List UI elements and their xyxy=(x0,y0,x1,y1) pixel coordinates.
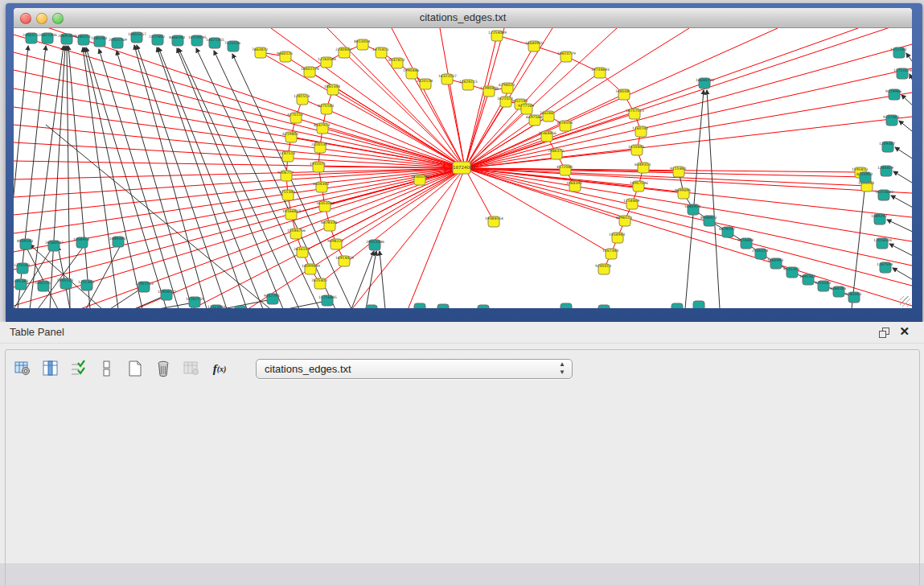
network-edge xyxy=(196,48,319,308)
node-label: 20551769 xyxy=(109,38,127,42)
network-node[interactable] xyxy=(437,304,449,308)
node-label: 8215953 xyxy=(856,172,873,176)
network-edge xyxy=(906,53,912,67)
node-label: 6794023 xyxy=(499,83,515,87)
close-panel-icon[interactable]: ✕ xyxy=(899,324,910,339)
network-edge xyxy=(14,28,465,168)
network-edge xyxy=(14,168,465,287)
node-label: 16602176 xyxy=(301,67,319,71)
table-select-value: citations_edges.txt xyxy=(257,363,351,375)
node-label: 12254049 xyxy=(488,31,507,35)
node-label: 7515526 xyxy=(224,41,240,45)
node-label: 3751343 xyxy=(279,190,295,194)
float-panel-icon[interactable] xyxy=(879,328,889,337)
network-node[interactable] xyxy=(693,301,704,308)
network-edge xyxy=(14,168,465,270)
table-settings-icon[interactable] xyxy=(13,359,32,378)
network-edge xyxy=(68,46,90,308)
node-label: 18300295 xyxy=(411,175,429,179)
node-label: 14671355 xyxy=(206,38,224,42)
node-label: 20691406 xyxy=(58,34,76,38)
network-node[interactable] xyxy=(671,303,683,308)
node-label: 9129966 xyxy=(885,89,901,93)
node-label: 8959143 xyxy=(17,239,33,243)
network-edge xyxy=(58,246,70,308)
function-builder-icon[interactable]: f(x) xyxy=(210,359,229,378)
node-label: 1160742 xyxy=(632,126,648,130)
node-label: 12260584 xyxy=(318,57,336,61)
merge-tables-icon[interactable] xyxy=(97,359,117,378)
node-label: 1527602 xyxy=(149,35,165,39)
node-label: 9227343 xyxy=(883,115,899,119)
node-label: 6679197 xyxy=(719,227,735,231)
network-edge xyxy=(14,52,465,168)
node-label: 1958958 xyxy=(73,237,89,241)
network-canvas[interactable]: 2405572206113062069140693401511585143205… xyxy=(14,28,912,308)
delete-table-icon[interactable] xyxy=(154,359,173,378)
node-label: 10655257 xyxy=(128,32,146,36)
node-label: 4275112 xyxy=(287,113,303,117)
network-edge xyxy=(901,95,912,109)
node-label: 17016504 xyxy=(873,238,892,242)
node-label: 8375143 xyxy=(318,104,334,108)
node-label: 16210643 xyxy=(875,190,893,194)
node-label: 20611306 xyxy=(39,33,57,37)
node-label: 4219802 xyxy=(282,132,298,136)
node-label: 29053346 xyxy=(366,240,384,244)
show-column-icon[interactable] xyxy=(41,359,60,378)
node-label: 14099489 xyxy=(302,264,320,268)
node-label: 1167343 xyxy=(602,249,618,253)
node-label: 16782759 xyxy=(186,297,204,301)
network-node[interactable] xyxy=(366,305,377,308)
select-rows-icon[interactable] xyxy=(69,359,88,378)
network-node[interactable] xyxy=(478,305,489,308)
network-edge xyxy=(889,244,912,257)
network-edge xyxy=(893,171,912,185)
network-edge xyxy=(14,89,465,168)
network-edge xyxy=(14,107,465,168)
network-edge xyxy=(910,74,912,88)
node-label: 12323468 xyxy=(207,305,226,308)
node-label: 9777169 xyxy=(518,104,534,108)
node-label: 26160597 xyxy=(45,241,64,245)
node-label: 746266 xyxy=(540,111,553,115)
node-label: 9498222 xyxy=(327,239,343,243)
node-label: 1554943 xyxy=(609,233,625,237)
node-label: 1064392 xyxy=(566,181,582,185)
node-label: 1251343 xyxy=(78,280,94,284)
node-label: 8547913 xyxy=(314,123,330,127)
node-label: 4572040 xyxy=(556,165,573,169)
network-node[interactable] xyxy=(598,305,610,308)
node-label: 9474444 xyxy=(737,238,754,242)
node-label: 15046756 xyxy=(287,229,306,233)
network-edge xyxy=(685,90,704,308)
node-label: 1640954 xyxy=(684,204,700,208)
table-select-dropdown[interactable]: citations_edges.txt ▲▼ xyxy=(256,359,573,379)
node-label: 1209387 xyxy=(879,142,895,146)
network-node[interactable] xyxy=(561,303,572,308)
window-titlebar[interactable]: citations_edges.txt xyxy=(14,8,912,28)
node-label: 1610443 xyxy=(628,145,644,149)
network-edge xyxy=(214,51,335,308)
node-label: 2935114 xyxy=(752,249,768,253)
node-label: 2240842 xyxy=(335,47,351,51)
network-node[interactable] xyxy=(414,303,425,308)
resize-grip[interactable] xyxy=(900,296,910,307)
node-label: 18757513 xyxy=(626,109,644,113)
node-label: 1889343 xyxy=(109,237,125,241)
node-label: 11990446 xyxy=(480,86,499,90)
new-table-icon[interactable] xyxy=(125,359,145,378)
node-label: 1660943 xyxy=(767,258,783,262)
node-label: 15716485 xyxy=(318,295,337,299)
network-node[interactable] xyxy=(235,306,246,308)
node-label: 20364456 xyxy=(538,131,556,135)
network-edge xyxy=(366,251,376,308)
node-label: 8466160 xyxy=(169,35,185,39)
node-label: 1990446 xyxy=(403,68,419,72)
node-label: 9253143 xyxy=(815,281,831,285)
node-label: 2320131 xyxy=(311,142,327,146)
node-label: 1591343 xyxy=(14,279,28,283)
node-label: 2187513 xyxy=(279,151,295,155)
node-label: 1604343 xyxy=(313,182,329,186)
network-edge xyxy=(99,49,179,308)
